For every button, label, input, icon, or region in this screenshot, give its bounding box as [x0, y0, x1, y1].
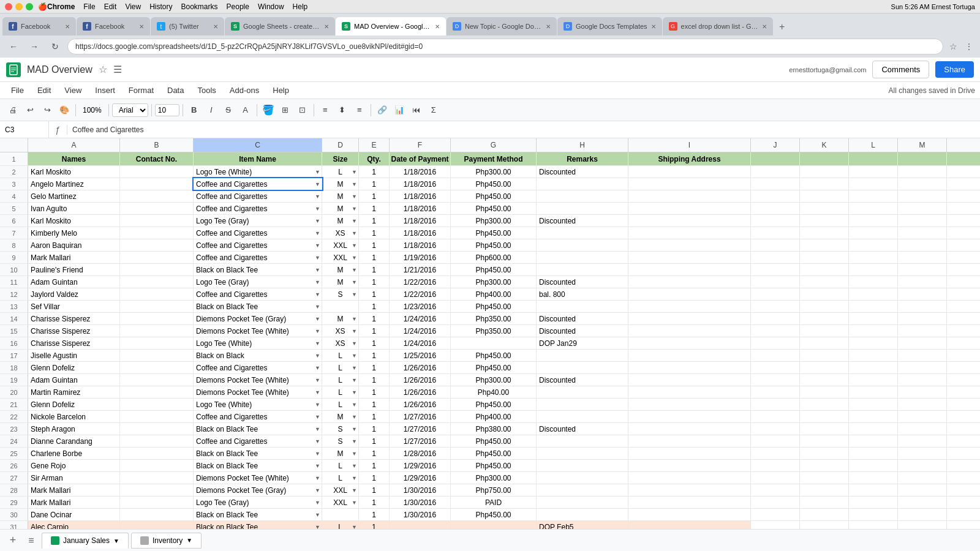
cell-24l[interactable]: [849, 435, 898, 447]
cell-15g[interactable]: Php350.00: [451, 325, 537, 337]
cell-18a[interactable]: Glenn Dofeliz: [28, 362, 120, 373]
cell-11l[interactable]: [849, 276, 898, 288]
tab-madoverview[interactable]: S MAD Overview - Google S... ✕: [336, 17, 446, 36]
font-family-selector[interactable]: Arial: [112, 103, 148, 117]
cell-22m[interactable]: [898, 411, 947, 422]
cell-29h[interactable]: [537, 497, 628, 508]
cell-6c[interactable]: Logo Tee (Gray)▼: [194, 215, 322, 227]
cell-30a[interactable]: Dane Ocinar: [28, 509, 120, 520]
cell-19c[interactable]: Diemons Pocket Tee (White)▼: [194, 374, 322, 386]
cell-1h[interactable]: Remarks: [537, 152, 628, 165]
menu-view[interactable]: View: [125, 2, 141, 11]
cell-5k[interactable]: [800, 203, 849, 214]
cell-23a[interactable]: Steph Aragon: [28, 423, 120, 435]
col-header-e[interactable]: E: [359, 138, 390, 152]
cell-21j[interactable]: [751, 399, 800, 410]
fill-color-button[interactable]: 🪣: [260, 102, 276, 118]
add-sheet-button[interactable]: +: [5, 533, 21, 549]
cell-27d[interactable]: L▼: [322, 472, 359, 484]
cell-28h[interactable]: [537, 484, 628, 496]
cell-12f[interactable]: 1/22/2016: [390, 288, 451, 300]
menu-help[interactable]: Help: [293, 2, 308, 11]
formula-input[interactable]: Coffee and Cigarettes: [67, 126, 980, 134]
cell-10f[interactable]: 1/21/2016: [390, 264, 451, 276]
cell-20g[interactable]: Php40.00: [451, 386, 537, 398]
cell-16e[interactable]: 1: [359, 337, 390, 349]
cell-7f[interactable]: 1/18/2016: [390, 227, 451, 239]
cell-5d[interactable]: M▼: [322, 203, 359, 214]
sheets-star-icon[interactable]: ☆: [99, 64, 107, 75]
cell-5l[interactable]: [849, 203, 898, 214]
cell-25k[interactable]: [800, 448, 849, 459]
cell-6k[interactable]: [800, 215, 849, 227]
cell-12b[interactable]: [120, 288, 194, 300]
cell-18e[interactable]: 1: [359, 362, 390, 373]
forward-button[interactable]: →: [26, 38, 43, 55]
cell-20j[interactable]: [751, 386, 800, 398]
cell-23f[interactable]: 1/27/2016: [390, 423, 451, 435]
cell-14b[interactable]: [120, 313, 194, 324]
cell-2j[interactable]: [751, 166, 800, 178]
cell-19j[interactable]: [751, 374, 800, 386]
cell-24k[interactable]: [800, 435, 849, 447]
cell-9c[interactable]: Coffee and Cigarettes▼: [194, 252, 322, 263]
cell-5i[interactable]: [628, 203, 751, 214]
cell-13k[interactable]: [800, 301, 849, 312]
cell-27f[interactable]: 1/29/2016: [390, 472, 451, 484]
cell-14g[interactable]: Php350.00: [451, 313, 537, 324]
cell-26m[interactable]: [898, 460, 947, 471]
cell-26d[interactable]: L▼: [322, 460, 359, 471]
cell-9d[interactable]: XXL▼: [322, 252, 359, 263]
cell-28k[interactable]: [800, 484, 849, 496]
menu-edit[interactable]: Edit: [31, 83, 57, 97]
col-header-h[interactable]: H: [537, 138, 628, 152]
cell-15e[interactable]: 1: [359, 325, 390, 337]
cell-16f[interactable]: 1/24/2016: [390, 337, 451, 349]
cell-8d[interactable]: XXL▼: [322, 239, 359, 251]
cell-6b[interactable]: [120, 215, 194, 227]
cell-11i[interactable]: [628, 276, 751, 288]
cell-9g[interactable]: Php600.00: [451, 252, 537, 263]
cell-13d[interactable]: [322, 301, 359, 312]
cell-12g[interactable]: Php400.00: [451, 288, 537, 300]
merge-button[interactable]: ⊡: [295, 102, 311, 118]
menu-insert[interactable]: Insert: [89, 83, 121, 97]
cell-24g[interactable]: Php450.00: [451, 435, 537, 447]
cell-25d[interactable]: M▼: [322, 448, 359, 459]
tab-close-facebook1[interactable]: ✕: [65, 23, 70, 30]
cell-9j[interactable]: [751, 252, 800, 263]
cell-5a[interactable]: Ivan Agulto: [28, 203, 120, 214]
cell-6a[interactable]: Karl Moskito: [28, 215, 120, 227]
cell-25a[interactable]: Charlene Borbe: [28, 448, 120, 459]
cell-3h[interactable]: [537, 178, 628, 190]
cell-25f[interactable]: 1/28/2016: [390, 448, 451, 459]
cell-22e[interactable]: 1: [359, 411, 390, 422]
cell-13l[interactable]: [849, 301, 898, 312]
tab-facebook2[interactable]: f Facebook ✕: [77, 17, 150, 36]
cell-11e[interactable]: 1: [359, 276, 390, 288]
filter-button[interactable]: ⏮: [409, 102, 424, 118]
cell-29a[interactable]: Mark Mallari: [28, 497, 120, 508]
tab-close-madoverview[interactable]: ✕: [435, 23, 440, 30]
cell-27a[interactable]: Sir Arman: [28, 472, 120, 484]
cell-17d[interactable]: L▼: [322, 350, 359, 361]
cell-1m[interactable]: [898, 152, 947, 165]
cell-12j[interactable]: [751, 288, 800, 300]
cell-4j[interactable]: [751, 190, 800, 202]
cell-23e[interactable]: 1: [359, 423, 390, 435]
cell-5h[interactable]: [537, 203, 628, 214]
minimize-button[interactable]: [15, 3, 23, 10]
cell-4l[interactable]: [849, 190, 898, 202]
col-header-b[interactable]: B: [120, 138, 194, 152]
cell-14d[interactable]: M▼: [322, 313, 359, 324]
menu-view[interactable]: View: [58, 83, 88, 97]
cell-1e[interactable]: Qty.: [359, 152, 390, 165]
cell-16m[interactable]: [898, 337, 947, 349]
cell-30b[interactable]: [120, 509, 194, 520]
cell-24h[interactable]: [537, 435, 628, 447]
cell-9h[interactable]: [537, 252, 628, 263]
cell-10j[interactable]: [751, 264, 800, 276]
cell-14j[interactable]: [751, 313, 800, 324]
cell-29m[interactable]: [898, 497, 947, 508]
cell-10a[interactable]: Pauline's Friend: [28, 264, 120, 276]
